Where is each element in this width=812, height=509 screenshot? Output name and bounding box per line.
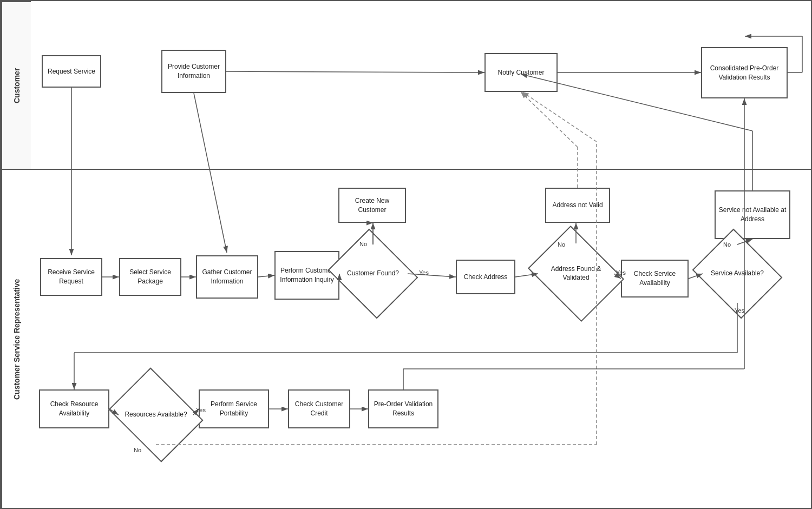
perform-inquiry-box: Perform Customer Information Inquiry <box>274 251 339 300</box>
svg-line-3 <box>194 93 227 253</box>
service-available-diamond: Service Available? <box>703 244 772 303</box>
no-customer-found-label: No <box>359 241 367 247</box>
check-customer-credit-box: Check Customer Credit <box>288 389 350 428</box>
request-service-box: Request Service <box>42 55 101 88</box>
perform-service-portability-box: Perform Service Portability <box>199 389 269 428</box>
check-address-box: Check Address <box>456 260 515 294</box>
no-resources-label: No <box>134 447 141 453</box>
address-found-diamond: Address Found & Validated <box>538 243 614 304</box>
consolidated-results-box: Consolidated Pre-Order Validation Result… <box>701 47 788 98</box>
service-not-available-box: Service not Available at Address <box>715 190 790 239</box>
lane-divider <box>1 169 811 170</box>
gather-customer-info-box: Gather Customer Information <box>196 255 258 299</box>
no-address-found-label: No <box>558 241 565 248</box>
check-service-availability-box: Check Service Availability <box>621 260 689 298</box>
notify-customer-box: Notify Customer <box>484 53 558 92</box>
diagram-container: Customer Customer Service Representative… <box>0 0 812 509</box>
yes-resources-label: Yes <box>196 407 206 413</box>
provide-customer-info-box: Provide Customer Information <box>161 50 226 93</box>
yes-customer-found-label: Yes <box>419 269 429 276</box>
pre-order-validation-box: Pre-Order Validation Results <box>368 389 438 428</box>
resources-available-diamond: Resources Available? <box>119 385 193 445</box>
customer-found-diamond: Customer Found? <box>338 244 408 303</box>
yes-service-available-label: Yes <box>735 307 744 314</box>
svg-line-6 <box>258 275 274 277</box>
create-new-customer-box: Create New Customer <box>338 188 406 223</box>
check-resource-availability-box: Check Resource Availability <box>39 389 109 428</box>
select-service-package-box: Select Service Package <box>119 258 181 296</box>
svg-line-26 <box>522 92 597 142</box>
lane-csr-label: Customer Service Representative <box>1 169 31 509</box>
yes-address-found-label: Yes <box>616 269 626 276</box>
lane-customer-label: Customer <box>1 1 31 169</box>
svg-line-28 <box>521 92 578 147</box>
receive-service-request-box: Receive Service Request <box>40 258 102 296</box>
address-not-valid-box: Address not Valid <box>545 188 610 223</box>
no-service-available-label: No <box>723 241 731 248</box>
svg-line-32 <box>226 71 484 72</box>
